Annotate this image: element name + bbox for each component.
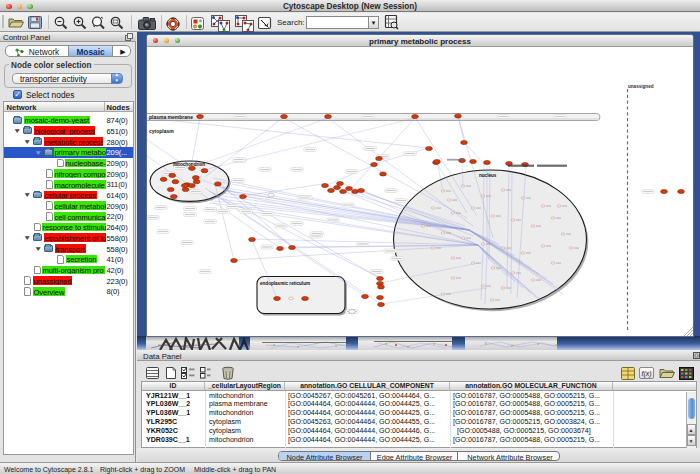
svg-text:nucleus: nucleus xyxy=(479,172,497,177)
svg-text:endoplasmic reticulum: endoplasmic reticulum xyxy=(260,280,310,285)
svg-text:plasma membrane: plasma membrane xyxy=(149,114,193,120)
svg-text:unassigned: unassigned xyxy=(628,84,654,89)
svg-text:mitochondrion: mitochondrion xyxy=(173,162,205,167)
svg-text:cytoplasm: cytoplasm xyxy=(149,127,174,133)
